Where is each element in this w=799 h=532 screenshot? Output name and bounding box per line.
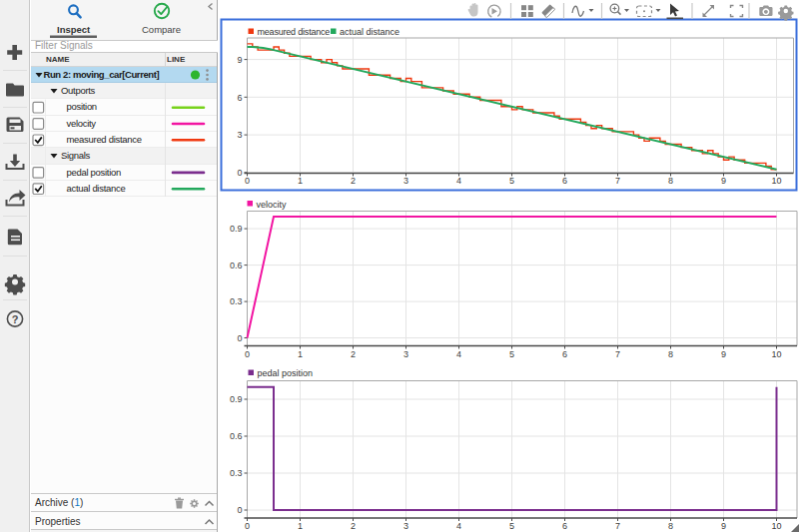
svg-text:8: 8	[668, 349, 673, 359]
svg-text:0: 0	[237, 333, 242, 343]
svg-text:0: 0	[245, 176, 250, 186]
svg-text:3: 3	[403, 521, 408, 531]
svg-text:10: 10	[771, 176, 781, 186]
svg-text:9: 9	[721, 349, 726, 359]
svg-text:7: 7	[615, 521, 620, 531]
svg-text:9: 9	[721, 176, 726, 186]
svg-text:10: 10	[771, 521, 781, 531]
svg-text:0.9: 0.9	[230, 394, 243, 404]
svg-text:0: 0	[245, 521, 250, 531]
svg-text:0.6: 0.6	[230, 261, 243, 270]
svg-text:9: 9	[237, 55, 242, 65]
svg-text:6: 6	[237, 93, 242, 103]
svg-text:1: 1	[298, 521, 303, 531]
svg-text:4: 4	[456, 349, 461, 359]
svg-text:2: 2	[351, 176, 356, 186]
svg-text:6: 6	[562, 176, 567, 186]
svg-text:7: 7	[615, 176, 620, 186]
svg-text:2: 2	[351, 521, 356, 531]
svg-text:8: 8	[668, 176, 673, 186]
svg-text:10: 10	[771, 349, 781, 359]
svg-text:pedal position: pedal position	[258, 368, 314, 378]
svg-text:6: 6	[562, 349, 567, 359]
svg-text:1: 1	[298, 176, 303, 186]
svg-text:velocity: velocity	[257, 200, 288, 210]
svg-text:5: 5	[509, 176, 514, 186]
svg-text:4: 4	[456, 176, 461, 186]
svg-text:0.9: 0.9	[230, 224, 243, 234]
svg-text:?: ?	[12, 313, 19, 325]
svg-text:actual distance: actual distance	[340, 27, 400, 37]
svg-text:0.3: 0.3	[230, 468, 243, 478]
svg-text:0.6: 0.6	[230, 431, 243, 441]
svg-text:measured distance: measured distance	[258, 27, 331, 37]
svg-text:5: 5	[509, 349, 514, 359]
svg-text:7: 7	[615, 349, 620, 359]
svg-text:0.3: 0.3	[230, 296, 243, 306]
svg-text:6: 6	[562, 521, 567, 531]
svg-text:3: 3	[403, 176, 408, 186]
svg-text:8: 8	[668, 521, 673, 531]
svg-text:3: 3	[403, 349, 408, 359]
svg-text:0: 0	[237, 505, 242, 515]
svg-text:1: 1	[298, 349, 303, 359]
svg-text:3: 3	[237, 130, 242, 140]
svg-text:9: 9	[721, 521, 726, 531]
svg-text:4: 4	[456, 521, 461, 531]
svg-text:0: 0	[237, 168, 242, 178]
svg-text:0: 0	[245, 349, 250, 359]
svg-text:2: 2	[351, 349, 356, 359]
svg-text:5: 5	[509, 521, 514, 531]
